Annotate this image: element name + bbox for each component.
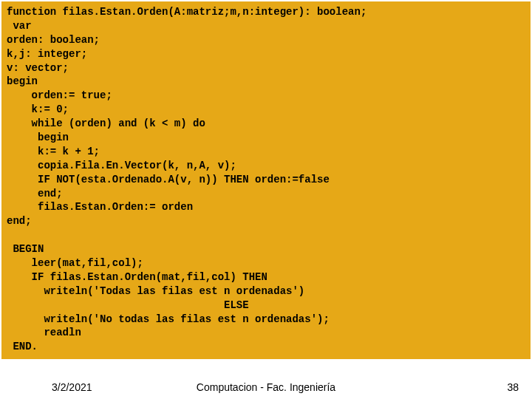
code-line: v: vector; bbox=[7, 62, 69, 74]
code-line: k:= 0; bbox=[7, 103, 69, 115]
code-line: readln bbox=[7, 327, 81, 338]
code-block: function filas.Estan.Orden(A:matriz;m,n:… bbox=[1, 1, 531, 359]
code-line: orden: boolean; bbox=[7, 34, 100, 46]
code-line: IF NOT(esta.Ordenado.A(v, n)) THEN orden… bbox=[7, 174, 330, 185]
footer-page-number: 38 bbox=[507, 381, 519, 393]
code-line: var bbox=[7, 20, 32, 32]
code-line: copia.Fila.En.Vector(k, n,A, v); bbox=[7, 160, 236, 171]
code-line: IF filas.Estan.Orden(mat,fil,col) THEN bbox=[7, 271, 267, 283]
code-line: begin bbox=[7, 132, 69, 143]
code-line: END. bbox=[7, 341, 38, 352]
code-line: end; bbox=[7, 215, 32, 227]
code-line: ELSE bbox=[7, 299, 249, 311]
code-line: filas.Estan.Orden:= orden bbox=[7, 201, 193, 213]
code-line: writeln('Todas las filas est n ordenadas… bbox=[7, 285, 304, 297]
footer-center: Computacion - Fac. Ingeniería bbox=[0, 381, 532, 393]
code-line: BEGIN bbox=[7, 243, 44, 255]
code-line: leer(mat,fil,col); bbox=[7, 257, 143, 269]
code-line: function filas.Estan.Orden(A:matriz;m,n:… bbox=[7, 6, 366, 18]
code-line: while (orden) and (k < m) do bbox=[7, 117, 205, 129]
code-line: orden:= true; bbox=[7, 89, 112, 101]
code-line: begin bbox=[7, 75, 38, 87]
code-line: k:= k + 1; bbox=[7, 146, 100, 157]
code-line: end; bbox=[7, 188, 63, 200]
code-line: k,j: integer; bbox=[7, 48, 87, 60]
code-line: writeln('No todas las filas est n ordena… bbox=[7, 313, 330, 325]
